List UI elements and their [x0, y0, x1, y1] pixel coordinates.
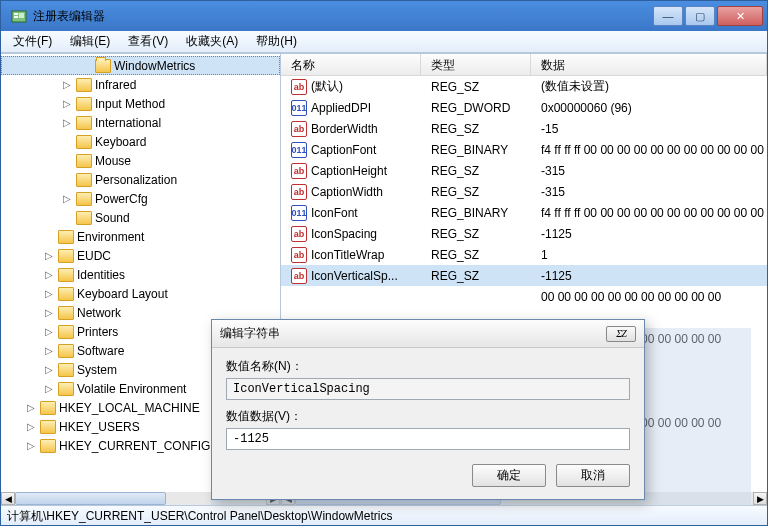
cell-data: -1125: [531, 227, 767, 241]
list-row[interactable]: 011IconFontREG_BINARYf4 ff ff ff 00 00 0…: [281, 202, 767, 223]
dialog-close-button[interactable]: ΣΖ: [606, 326, 636, 342]
value-data-label: 数值数据(V)：: [226, 408, 630, 425]
tree-item-label: Infrared: [95, 78, 136, 92]
binary-icon: 011: [291, 205, 307, 221]
folder-icon: [76, 211, 92, 225]
tree-item-label: Volatile Environment: [77, 382, 186, 396]
expand-icon[interactable]: ▷: [61, 117, 73, 128]
col-header-type[interactable]: 类型: [421, 54, 531, 75]
list-row[interactable]: 00 00 00 00 00 00 00 00 00 00 00: [281, 286, 767, 307]
tree-item[interactable]: ▷Input Method: [1, 94, 280, 113]
cell-data: (数值未设置): [531, 78, 767, 95]
tree-item-label: HKEY_USERS: [59, 420, 140, 434]
tree-item[interactable]: WindowMetrics: [1, 56, 280, 75]
scroll-left-icon[interactable]: ◀: [1, 492, 15, 505]
dialog-titlebar[interactable]: 编辑字符串 ΣΖ: [212, 320, 644, 348]
tree-item[interactable]: ▷International: [1, 113, 280, 132]
expand-icon[interactable]: ▷: [61, 193, 73, 204]
app-icon: [11, 8, 27, 24]
tree-item[interactable]: Mouse: [1, 151, 280, 170]
expand-icon[interactable]: ▷: [25, 402, 37, 413]
list-row[interactable]: abCaptionWidthREG_SZ-315: [281, 181, 767, 202]
status-path: 计算机\HKEY_CURRENT_USER\Control Panel\Desk…: [7, 509, 392, 523]
cell-type: REG_BINARY: [421, 206, 531, 220]
tree-item[interactable]: Sound: [1, 208, 280, 227]
menubar: 文件(F) 编辑(E) 查看(V) 收藏夹(A) 帮助(H): [1, 31, 767, 53]
tree-item-label: System: [77, 363, 117, 377]
list-row[interactable]: 011AppliedDPIREG_DWORD0x00000060 (96): [281, 97, 767, 118]
scroll-thumb[interactable]: [15, 492, 166, 505]
tree-item[interactable]: ▷Infrared: [1, 75, 280, 94]
menu-view[interactable]: 查看(V): [120, 31, 176, 52]
tree-item[interactable]: ▷PowerCfg: [1, 189, 280, 208]
minimize-button[interactable]: —: [653, 6, 683, 26]
expand-icon[interactable]: ▷: [61, 98, 73, 109]
list-row[interactable]: abIconVerticalSp...REG_SZ-1125: [281, 265, 767, 286]
cell-type: REG_BINARY: [421, 143, 531, 157]
tree-item-label: International: [95, 116, 161, 130]
tree-item[interactable]: Keyboard: [1, 132, 280, 151]
expand-icon[interactable]: ▷: [43, 326, 55, 337]
expand-icon[interactable]: ▷: [25, 421, 37, 432]
folder-icon: [58, 363, 74, 377]
tree-item[interactable]: Environment: [1, 227, 280, 246]
expand-icon[interactable]: ▷: [43, 307, 55, 318]
folder-icon: [58, 268, 74, 282]
scroll-right-icon[interactable]: ▶: [753, 492, 767, 505]
cancel-button[interactable]: 取消: [556, 464, 630, 487]
ok-button[interactable]: 确定: [472, 464, 546, 487]
folder-icon: [76, 78, 92, 92]
cell-name: AppliedDPI: [311, 101, 371, 115]
expand-icon[interactable]: ▷: [61, 79, 73, 90]
value-data-field[interactable]: [226, 428, 630, 450]
dialog-title: 编辑字符串: [220, 325, 280, 342]
folder-icon: [40, 439, 56, 453]
folder-icon: [40, 401, 56, 415]
list-row[interactable]: abIconSpacingREG_SZ-1125: [281, 223, 767, 244]
list-row[interactable]: abBorderWidthREG_SZ-15: [281, 118, 767, 139]
list-row[interactable]: abIconTitleWrapREG_SZ1: [281, 244, 767, 265]
string-icon: ab: [291, 121, 307, 137]
col-header-data[interactable]: 数据: [531, 54, 767, 75]
tree-item-label: HKEY_LOCAL_MACHINE: [59, 401, 200, 415]
binary-icon: 011: [291, 100, 307, 116]
menu-edit[interactable]: 编辑(E): [62, 31, 118, 52]
folder-icon: [76, 97, 92, 111]
expand-icon[interactable]: ▷: [43, 364, 55, 375]
expand-icon[interactable]: ▷: [43, 288, 55, 299]
list-row[interactable]: 011CaptionFontREG_BINARYf4 ff ff ff 00 0…: [281, 139, 767, 160]
list-row[interactable]: abCaptionHeightREG_SZ-315: [281, 160, 767, 181]
string-icon: ab: [291, 79, 307, 95]
folder-icon: [76, 135, 92, 149]
binary-icon: 011: [291, 142, 307, 158]
string-icon: ab: [291, 163, 307, 179]
edit-string-dialog: 编辑字符串 ΣΖ 数值名称(N)： 数值数据(V)： 确定 取消: [211, 319, 645, 500]
cell-name: (默认): [311, 78, 343, 95]
expand-icon[interactable]: ▷: [43, 250, 55, 261]
tree-item-label: Printers: [77, 325, 118, 339]
close-button[interactable]: ✕: [717, 6, 763, 26]
cell-type: REG_SZ: [421, 164, 531, 178]
tree-item[interactable]: Personalization: [1, 170, 280, 189]
tree-item-label: Environment: [77, 230, 144, 244]
expand-icon[interactable]: ▷: [43, 269, 55, 280]
expand-icon[interactable]: ▷: [43, 383, 55, 394]
tree-item[interactable]: ▷Identities: [1, 265, 280, 284]
folder-icon: [76, 116, 92, 130]
svg-rect-2: [14, 16, 18, 18]
list-row[interactable]: ab(默认)REG_SZ(数值未设置): [281, 76, 767, 97]
menu-file[interactable]: 文件(F): [5, 31, 60, 52]
list-header: 名称 类型 数据: [281, 54, 767, 76]
titlebar[interactable]: 注册表编辑器 — ▢ ✕: [1, 1, 767, 31]
tree-item[interactable]: ▷Keyboard Layout: [1, 284, 280, 303]
folder-icon: [58, 325, 74, 339]
expand-icon[interactable]: ▷: [43, 345, 55, 356]
menu-favorites[interactable]: 收藏夹(A): [178, 31, 246, 52]
col-header-name[interactable]: 名称: [281, 54, 421, 75]
cell-data: f4 ff ff ff 00 00 00 00 00 00 00 00 00 0…: [531, 143, 767, 157]
menu-help[interactable]: 帮助(H): [248, 31, 305, 52]
expand-icon[interactable]: ▷: [25, 440, 37, 451]
maximize-button[interactable]: ▢: [685, 6, 715, 26]
tree-item[interactable]: ▷EUDC: [1, 246, 280, 265]
cell-name: CaptionHeight: [311, 164, 387, 178]
